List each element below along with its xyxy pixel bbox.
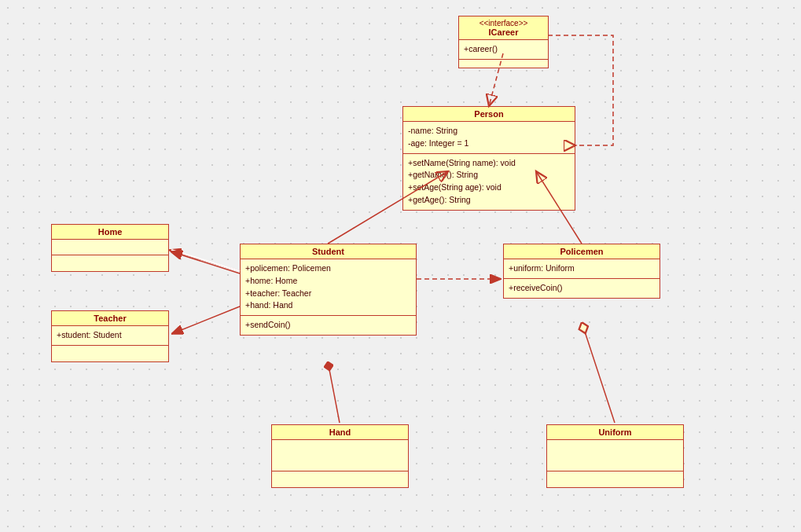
person-name: Person [474, 109, 503, 119]
person-class: Person -name: String-age: Integer = 1 +s… [402, 106, 575, 211]
uniform-class: Uniform [546, 424, 684, 488]
uniform-section-1 [547, 440, 683, 471]
person-methods: +setName(String name): void+getName(): S… [403, 154, 575, 210]
student-methods: +sendCoin() [241, 316, 416, 335]
student-hand-composition [328, 361, 340, 423]
policemen-name: Policemen [560, 247, 603, 256]
student-header: Student [241, 244, 416, 259]
icareer-name: ICareer [489, 28, 519, 37]
teacher-header: Teacher [52, 311, 168, 326]
person-attrs: -name: String-age: Integer = 1 [403, 122, 575, 154]
teacher-section-2 [52, 346, 168, 361]
icareer-class: <<interface>> ICareer +career() [458, 16, 549, 68]
home-section-2 [52, 255, 168, 271]
home-section-1 [52, 240, 168, 255]
hand-section-2 [272, 471, 408, 487]
policemen-attrs: +uniform: Uniform [504, 259, 660, 279]
teacher-name: Teacher [94, 314, 126, 323]
hand-class: Hand [271, 424, 409, 488]
student-name: Student [312, 247, 344, 256]
icareer-section-2 [459, 60, 548, 68]
teacher-attrs: +student: Student [52, 326, 168, 346]
student-home-assoc2 [171, 251, 240, 273]
hand-section-1 [272, 440, 408, 471]
student-teacher-assoc [171, 306, 240, 334]
uniform-header: Uniform [547, 425, 683, 440]
person-header: Person [403, 107, 575, 122]
icareer-header: <<interface>> ICareer [459, 17, 548, 40]
policemen-methods: +receiveCoin() [504, 279, 660, 298]
uniform-name: Uniform [598, 427, 631, 437]
home-header: Home [52, 225, 168, 240]
student-home-assoc [169, 250, 240, 271]
icareer-section-1: +career() [459, 40, 548, 60]
home-name: Home [98, 227, 123, 237]
home-class: Home [51, 224, 169, 272]
teacher-class: Teacher +student: Student [51, 310, 169, 362]
icareer-stereotype: <<interface>> [464, 19, 543, 28]
cover1 [171, 250, 240, 271]
policemen-header: Policemen [504, 244, 660, 259]
student-attrs: +policemen: Policemen+home: Home+teacher… [241, 259, 416, 316]
hand-header: Hand [272, 425, 408, 440]
uniform-section-2 [547, 471, 683, 487]
policemen-uniform-aggregation [582, 322, 615, 423]
hand-name: Hand [329, 427, 351, 437]
policemen-class: Policemen +uniform: Uniform +receiveCoin… [503, 244, 660, 299]
student-class: Student +policemen: Policemen+home: Home… [240, 244, 417, 336]
